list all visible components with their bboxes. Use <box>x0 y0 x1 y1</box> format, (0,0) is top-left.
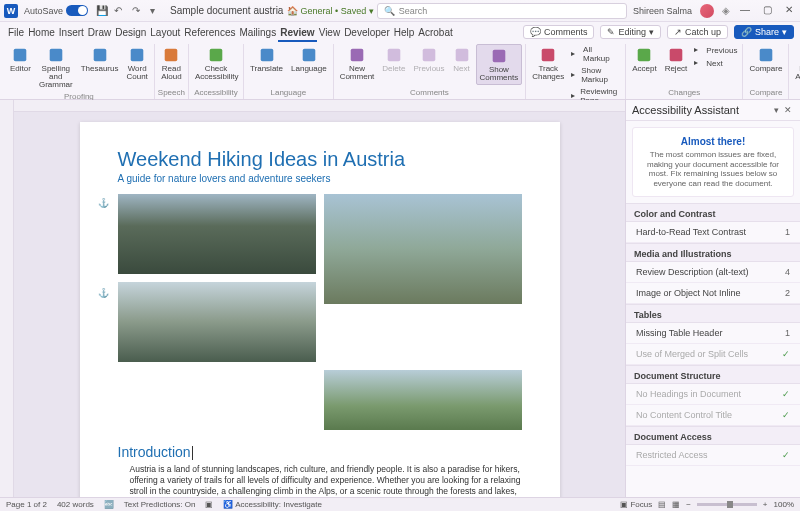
ribbon-show-comments-button[interactable]: Show Comments <box>476 44 523 85</box>
ribbon-check-accessibility-button[interactable]: Check Accessibility <box>192 44 240 83</box>
tab-developer[interactable]: Developer <box>342 25 392 40</box>
ribbon-accept-button[interactable]: Accept <box>629 44 659 75</box>
user-avatar[interactable] <box>700 4 714 18</box>
close-button[interactable]: ✕ <box>782 4 796 18</box>
ribbon-group-label: Compare <box>749 87 782 99</box>
focus-button[interactable]: ▣ Focus <box>620 500 652 509</box>
tab-home[interactable]: Home <box>26 25 57 40</box>
tab-acrobat[interactable]: Acrobat <box>416 25 454 40</box>
zoom-out-icon[interactable]: − <box>686 500 691 509</box>
svg-rect-14 <box>638 49 651 62</box>
comments-button[interactable]: 💬 Comments <box>523 25 595 39</box>
close-pane-icon[interactable]: ✕ <box>782 105 794 115</box>
search-icon: 🔍 <box>384 6 395 16</box>
accessibility-status[interactable]: ♿ Accessibility: Investigate <box>223 500 321 509</box>
ribbon-thesaurus-button[interactable]: Thesaurus <box>78 44 122 75</box>
ribbon-opt-show-markup[interactable]: ▸Show Markup <box>569 65 622 85</box>
ribbon-group-label: Changes <box>668 87 700 99</box>
tab-references[interactable]: References <box>182 25 237 40</box>
tab-mailings[interactable]: Mailings <box>237 25 278 40</box>
svg-rect-1 <box>49 49 62 62</box>
accessibility-assistant-pane: Accessibility Assistant ▾ ✕ Almost there… <box>625 100 800 497</box>
body-paragraph[interactable]: Austria is a land of stunning landscapes… <box>118 464 522 497</box>
svg-rect-9 <box>388 49 401 62</box>
maximize-button[interactable]: ▢ <box>760 4 774 18</box>
share-button[interactable]: 🔗 Share ▾ <box>734 25 794 39</box>
image-lake-mountains[interactable] <box>118 282 316 362</box>
autosave-label: AutoSave <box>24 6 63 16</box>
language-icon[interactable]: 🔤 <box>104 500 114 509</box>
ribbon-new-comment-button[interactable]: New Comment <box>337 44 378 83</box>
ribbon-opt-previous[interactable]: ▸Previous <box>692 44 739 56</box>
pane-item-image-or-object-not-inline[interactable]: Image or Object Not Inline2 <box>626 283 800 304</box>
tab-draw[interactable]: Draw <box>86 25 113 40</box>
ribbon-track-changes-button[interactable]: Track Changes <box>529 44 567 83</box>
image-grid: ⚓ ⚓ <box>118 194 522 430</box>
undo-icon[interactable]: ↶ <box>114 5 126 17</box>
tab-view[interactable]: View <box>317 25 343 40</box>
editing-button[interactable]: ✎ Editing ▾ <box>600 25 661 39</box>
workspace: Weekend Hiking Ideas in Austria A guide … <box>0 100 800 497</box>
image-mountains-1[interactable] <box>118 194 316 274</box>
chevron-down-icon[interactable]: ▾ <box>770 105 782 115</box>
image-hikers-hill[interactable] <box>324 370 522 430</box>
tab-insert[interactable]: Insert <box>57 25 86 40</box>
catchup-button[interactable]: ↗ Catch up <box>667 25 728 39</box>
ribbon-compare-button[interactable]: Compare <box>746 44 785 75</box>
zoom-slider[interactable] <box>697 503 757 506</box>
word-count[interactable]: 402 words <box>57 500 94 509</box>
pane-item-use-of-merged-or-split-cells: Use of Merged or Split Cells✓ <box>626 344 800 365</box>
tab-design[interactable]: Design <box>113 25 148 40</box>
qat-dropdown-icon[interactable]: ▾ <box>150 5 162 17</box>
ribbon-editor-button[interactable]: Editor <box>7 44 34 75</box>
ribbon-word-count-button[interactable]: Word Count <box>123 44 150 83</box>
svg-rect-11 <box>455 49 468 62</box>
view-print-icon[interactable]: ▤ <box>658 500 666 509</box>
ribbon-reject-button[interactable]: Reject <box>662 44 691 75</box>
ribbon-group-compare: CompareCompare <box>743 44 789 99</box>
pane-item-hard-to-read-text-contrast[interactable]: Hard-to-Read Text Contrast1 <box>626 222 800 243</box>
image-hiker-ridge[interactable] <box>324 194 522 304</box>
tab-help[interactable]: Help <box>392 25 417 40</box>
ribbon-group-tracking: Track Changes▸All Markup▸Show Markup▸Rev… <box>526 44 626 99</box>
user-name[interactable]: Shireen Salma <box>633 6 692 16</box>
pane-item-review-description-alt-text-[interactable]: Review Description (alt-text)4 <box>626 262 800 283</box>
section-heading[interactable]: Introduction <box>118 444 522 460</box>
search-input[interactable]: 🔍 Search <box>377 3 627 19</box>
document-subtitle[interactable]: A guide for nature lovers and adventure … <box>118 173 522 184</box>
macro-icon[interactable]: ▣ <box>205 500 213 509</box>
text-predictions[interactable]: Text Predictions: On <box>124 500 196 509</box>
ribbon-read-aloud-button[interactable]: Read Aloud <box>158 44 185 83</box>
pane-section-media-and-illustrations: Media and Illustrations <box>626 243 800 262</box>
diamond-icon[interactable]: ◈ <box>722 5 730 16</box>
document-name[interactable]: Sample document austria <box>170 5 283 16</box>
ribbon-opt-all-markup[interactable]: ▸All Markup <box>569 44 622 64</box>
ribbon-spelling-and-grammar-button[interactable]: Spelling and Grammar <box>36 44 76 91</box>
tab-file[interactable]: File <box>6 25 26 40</box>
document-area[interactable]: Weekend Hiking Ideas in Austria A guide … <box>14 100 625 497</box>
document-page[interactable]: Weekend Hiking Ideas in Austria A guide … <box>80 122 560 497</box>
document-title[interactable]: Weekend Hiking Ideas in Austria <box>118 148 522 171</box>
ribbon-opt-next[interactable]: ▸Next <box>692 57 739 69</box>
zoom-level[interactable]: 100% <box>774 500 794 509</box>
svg-rect-2 <box>93 49 106 62</box>
ribbon-group-accessibility: Check AccessibilityAccessibility <box>189 44 244 99</box>
save-location[interactable]: General • Saved ▾ <box>300 6 373 16</box>
ribbon-language-button[interactable]: Language <box>288 44 330 75</box>
redo-icon[interactable]: ↷ <box>132 5 144 17</box>
minimize-button[interactable]: — <box>738 4 752 18</box>
ribbon-group-label: Speech <box>158 87 185 99</box>
toggle-switch-icon[interactable] <box>66 5 88 16</box>
zoom-in-icon[interactable]: + <box>763 500 768 509</box>
save-icon[interactable]: 💾 <box>96 5 108 17</box>
ribbon-block-authors-button[interactable]: Block Authors <box>792 44 800 83</box>
view-web-icon[interactable]: ▦ <box>672 500 680 509</box>
ribbon-next-button: Next <box>450 44 474 75</box>
pane-item-missing-table-header[interactable]: Missing Table Header1 <box>626 323 800 344</box>
page-indicator[interactable]: Page 1 of 2 <box>6 500 47 509</box>
tab-layout[interactable]: Layout <box>148 25 182 40</box>
autosave-toggle[interactable]: AutoSave <box>24 5 88 16</box>
tab-review[interactable]: Review <box>278 25 316 42</box>
horizontal-ruler <box>14 100 625 112</box>
ribbon-translate-button[interactable]: Translate <box>247 44 286 75</box>
